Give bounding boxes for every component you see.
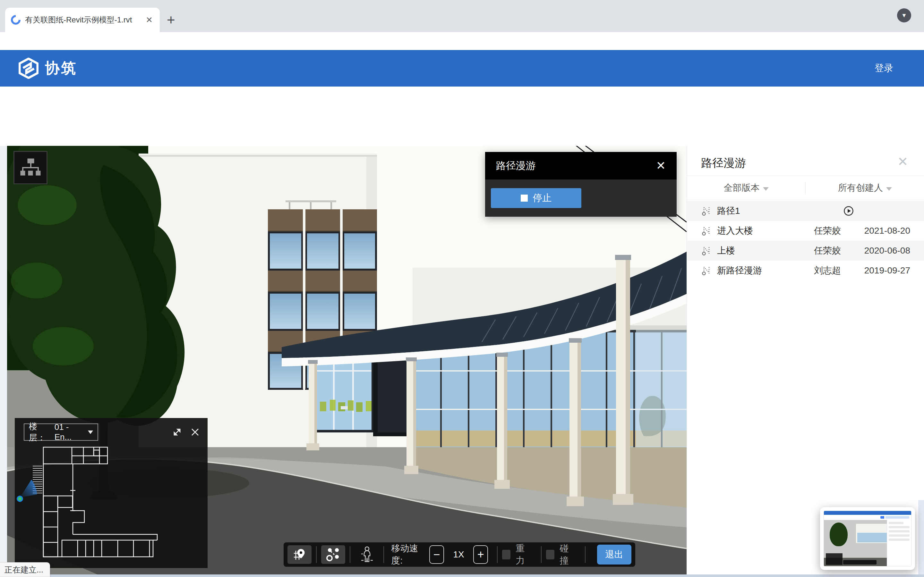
document-header: RVT 有关联图纸-Revit示例模型-1.rvt 分享者： 陈工 分享时间： … xyxy=(0,87,924,146)
speed-decrease-button[interactable]: − xyxy=(429,545,444,564)
collision-label: 碰撞 xyxy=(559,542,575,567)
walkthrough-panel-title: 路径漫游 xyxy=(496,159,536,172)
version-filter[interactable]: 全部版本 xyxy=(687,182,806,194)
camera-position-dot[interactable] xyxy=(17,496,23,501)
path-icon xyxy=(702,206,711,216)
collision-checkbox[interactable] xyxy=(546,550,554,559)
path-row[interactable]: 进入大楼 任荣姣 2021-08-20 xyxy=(687,221,924,241)
exit-button[interactable]: 退出 xyxy=(597,545,632,564)
creator-filter[interactable]: 所有创建人 xyxy=(806,182,924,194)
chevron-down-icon xyxy=(886,187,892,191)
path-row[interactable]: 上楼 任荣姣 2020-06-08 xyxy=(687,241,924,261)
tab-close-icon[interactable]: ✕ xyxy=(144,15,154,25)
chevron-down-icon xyxy=(763,187,769,191)
model-tree-icon xyxy=(20,158,41,177)
window-right-edge xyxy=(918,500,924,574)
path-icon xyxy=(702,246,711,255)
window-bottom-edge xyxy=(0,574,924,577)
screenshot-preview-thumbnail[interactable] xyxy=(820,507,915,570)
walkthrough-panel: 路径漫游 ✕ 停止 xyxy=(485,152,677,217)
play-button[interactable] xyxy=(843,206,854,216)
browser-tab[interactable]: 有关联图纸-Revit示例模型-1.rvt ✕ xyxy=(5,8,160,32)
new-tab-button[interactable]: + xyxy=(167,13,175,27)
sidebar-close-icon[interactable]: ✕ xyxy=(897,154,908,169)
browser-toolbar: ← → ✕ xz.glodon.com/document/token/gKlxB… xyxy=(0,32,924,50)
model-tree-button[interactable] xyxy=(13,151,47,184)
path-points-button[interactable] xyxy=(321,545,345,564)
path-icon xyxy=(702,266,711,276)
stop-button[interactable]: 停止 xyxy=(491,188,582,208)
speed-value: 1X xyxy=(444,550,473,560)
camera-view-cone xyxy=(20,480,37,498)
brand-name[interactable]: 协筑 xyxy=(45,58,77,78)
floor-plan xyxy=(15,446,208,568)
person-icon xyxy=(360,546,373,563)
gravity-checkbox[interactable] xyxy=(502,550,510,559)
login-button[interactable]: 登录 xyxy=(875,62,893,75)
path-row[interactable]: 新路径漫游 刘志超 2019-09-27 xyxy=(687,261,924,280)
browser-tab-strip: 有关联图纸-Revit示例模型-1.rvt ✕ + ▼ xyxy=(0,0,924,32)
app-header: 协筑 登录 xyxy=(0,50,924,87)
site-favicon xyxy=(9,13,23,27)
tab-search-icon[interactable]: ▼ xyxy=(897,8,911,23)
browser-status-text: 正在建立... xyxy=(0,562,50,577)
minimap-toggle-button[interactable] xyxy=(288,545,312,564)
minimap-panel: 楼层： 01 - En... xyxy=(15,418,208,568)
path-row[interactable]: 路径1 xyxy=(687,201,924,221)
left-gutter xyxy=(0,146,7,577)
tab-title: 有关联图纸-Revit示例模型-1.rvt xyxy=(25,15,140,25)
floor-dropdown[interactable]: 楼层： 01 - En... xyxy=(24,424,98,441)
xiezhu-logo-icon xyxy=(19,58,39,79)
chevron-down-icon xyxy=(88,430,93,434)
waypoints-icon xyxy=(326,547,341,562)
stop-square-icon xyxy=(521,195,528,201)
walkthrough-toolbar: 移动速度: − 1X + 重力 碰撞 退出 xyxy=(284,542,635,567)
minimap-close-icon[interactable] xyxy=(190,427,200,437)
path-icon xyxy=(702,226,711,235)
speed-label: 移动速度: xyxy=(391,542,425,567)
gravity-label: 重力 xyxy=(515,542,531,567)
screenshot-preview-image xyxy=(824,511,911,566)
speed-increase-button[interactable]: + xyxy=(473,545,488,564)
floor-value: 01 - En... xyxy=(55,422,85,442)
person-mode-button[interactable] xyxy=(355,545,379,564)
floor-label: 楼层： xyxy=(29,421,51,443)
walkthrough-panel-close-icon[interactable]: ✕ xyxy=(656,159,666,172)
map-pin-icon xyxy=(292,548,307,562)
sidebar-title: 路径漫游 xyxy=(701,155,746,171)
expand-icon[interactable] xyxy=(172,427,182,437)
